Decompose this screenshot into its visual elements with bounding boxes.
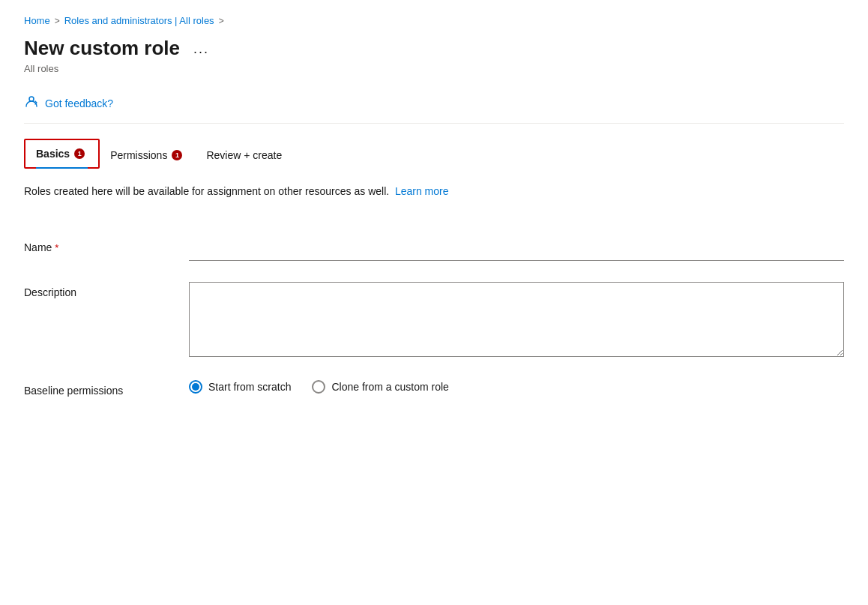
description-textarea[interactable] — [189, 282, 844, 357]
learn-more-link[interactable]: Learn more — [395, 185, 449, 197]
form-row-description: Description — [24, 271, 844, 370]
baseline-options-wrap: Start from scratch Clone from a custom r… — [189, 380, 844, 394]
tab-permissions-label: Permissions — [110, 149, 167, 161]
tab-basics-badge: 1 — [74, 148, 85, 159]
page-subtitle: All roles — [24, 63, 844, 74]
feedback-link[interactable]: Got feedback? — [45, 97, 113, 109]
feedback-icon — [24, 94, 39, 112]
tab-basics-label: Basics — [36, 148, 70, 160]
tab-review-label: Review + create — [206, 149, 282, 161]
name-input-wrap — [189, 237, 844, 261]
name-label: Name * — [24, 237, 189, 253]
radio-clone-indicator — [312, 380, 325, 394]
description-label: Description — [24, 282, 189, 298]
page-title-row: New custom role ... — [24, 37, 844, 60]
more-options-button[interactable]: ... — [189, 40, 214, 57]
breadcrumb-home[interactable]: Home — [24, 15, 50, 26]
baseline-label: Baseline permissions — [24, 380, 189, 397]
breadcrumb-roles-admin[interactable]: Roles and administrators | All roles — [64, 15, 214, 26]
form-row-name: Name * — [24, 226, 844, 271]
radio-clone-label: Clone from a custom role — [331, 381, 448, 393]
radio-scratch-indicator — [189, 380, 202, 394]
page-container: Home > Roles and administrators | All ro… — [0, 0, 868, 422]
tab-basics[interactable]: Basics 1 — [24, 139, 100, 169]
tab-review-create[interactable]: Review + create — [196, 142, 295, 169]
radio-scratch-inner — [192, 383, 199, 391]
tabs-row: Basics 1 Permissions 1 Review + create — [24, 139, 844, 169]
feedback-bar: Got feedback? — [24, 88, 844, 124]
name-input[interactable] — [189, 237, 844, 261]
tab-permissions[interactable]: Permissions 1 — [100, 142, 196, 169]
tab-permissions-badge: 1 — [172, 150, 182, 160]
info-bar: Roles created here will be available for… — [24, 184, 844, 199]
radio-group: Start from scratch Clone from a custom r… — [189, 380, 844, 394]
breadcrumb: Home > Roles and administrators | All ro… — [24, 15, 844, 26]
breadcrumb-sep-1: > — [55, 16, 60, 26]
breadcrumb-sep-2: > — [219, 16, 224, 26]
radio-scratch[interactable]: Start from scratch — [189, 380, 291, 394]
radio-scratch-label: Start from scratch — [208, 381, 291, 393]
form-row-baseline: Baseline permissions Start from scratch … — [24, 370, 844, 407]
form-section: Name * Description Baseline permissions — [24, 226, 844, 407]
name-required: * — [55, 242, 58, 253]
description-input-wrap — [189, 282, 844, 359]
svg-point-0 — [29, 97, 34, 101]
info-text: Roles created here will be available for… — [24, 185, 389, 197]
page-title: New custom role — [24, 37, 180, 60]
radio-clone[interactable]: Clone from a custom role — [312, 380, 448, 394]
